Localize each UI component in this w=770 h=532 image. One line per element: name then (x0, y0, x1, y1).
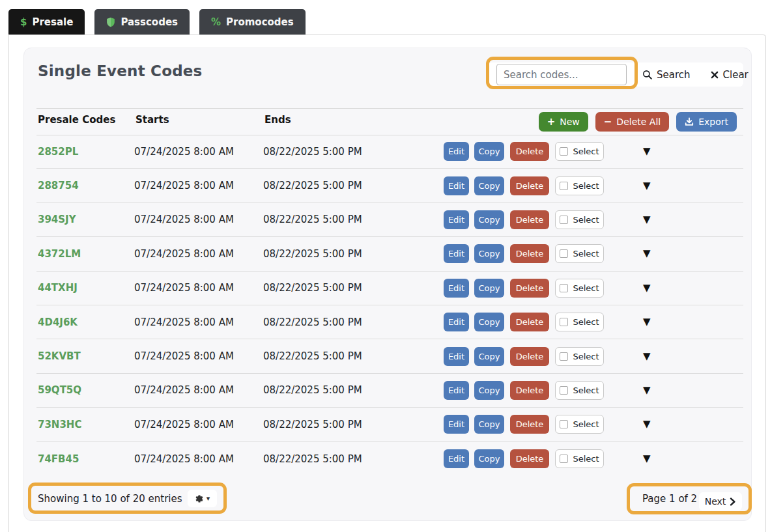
delete-button[interactable]: Delete (510, 449, 549, 468)
row-actions: Edit Copy Delete Select ▼ (444, 449, 651, 468)
table-row: 394SJY 07/24/2025 8:00 AM 08/22/2025 5:0… (36, 203, 743, 237)
tab-passcodes[interactable]: Passcodes (94, 9, 190, 35)
delete-button[interactable]: Delete (510, 313, 549, 331)
select-checkbox[interactable] (560, 420, 568, 428)
new-button[interactable]: + New (539, 112, 588, 132)
select-checkbox[interactable] (560, 284, 568, 292)
copy-button[interactable]: Copy (474, 313, 504, 331)
delete-button[interactable]: Delete (510, 347, 549, 366)
search-group: Search Clear (488, 63, 743, 87)
expand-row-caret-icon[interactable]: ▼ (643, 215, 651, 225)
select-checkbox[interactable] (560, 216, 568, 224)
select-checkbox[interactable] (560, 147, 568, 156)
select-button[interactable]: Select (555, 415, 604, 434)
select-button-label: Select (573, 419, 599, 429)
search-input[interactable] (496, 64, 627, 85)
copy-button[interactable]: Copy (474, 347, 504, 366)
delete-button[interactable]: Delete (510, 176, 549, 195)
select-checkbox[interactable] (560, 386, 568, 395)
expand-row-caret-icon[interactable]: ▼ (643, 385, 651, 395)
page-size-dropdown[interactable]: ▾ (188, 490, 217, 507)
edit-button[interactable]: Edit (444, 415, 469, 434)
presale-code-link[interactable]: 44TXHJ (36, 282, 134, 294)
select-button-label: Select (573, 215, 599, 225)
expand-row-caret-icon[interactable]: ▼ (643, 454, 651, 464)
copy-button[interactable]: Copy (474, 415, 504, 434)
ends-cell: 08/22/2025 5:00 PM (263, 146, 444, 158)
select-button[interactable]: Select (555, 449, 604, 468)
copy-button[interactable]: Copy (474, 142, 504, 161)
copy-button[interactable]: Copy (474, 244, 504, 263)
ends-cell: 08/22/2025 5:00 PM (263, 350, 444, 362)
presale-code-link[interactable]: 4D4J6K (36, 316, 134, 328)
copy-button[interactable]: Copy (474, 279, 504, 298)
tab-promocodes[interactable]: % Promocodes (199, 9, 306, 35)
expand-row-caret-icon[interactable]: ▼ (643, 317, 651, 327)
delete-all-button[interactable]: − Delete All (595, 112, 669, 132)
copy-button[interactable]: Copy (474, 176, 504, 195)
delete-button[interactable]: Delete (510, 142, 549, 161)
select-checkbox[interactable] (560, 352, 568, 361)
select-button[interactable]: Select (555, 244, 604, 263)
edit-button[interactable]: Edit (444, 313, 469, 331)
edit-button[interactable]: Edit (444, 210, 469, 229)
expand-row-caret-icon[interactable]: ▼ (643, 419, 651, 429)
presale-code-link[interactable]: 73N3HC (36, 419, 134, 430)
presale-code-link[interactable]: 59QT5Q (36, 384, 134, 396)
presale-code-link[interactable]: 288754 (36, 180, 134, 191)
expand-row-caret-icon[interactable]: ▼ (643, 352, 651, 361)
expand-row-caret-icon[interactable]: ▼ (643, 249, 651, 259)
select-button[interactable]: Select (555, 313, 604, 331)
expand-row-caret-icon[interactable]: ▼ (643, 283, 651, 293)
delete-button[interactable]: Delete (510, 381, 549, 400)
select-button-label: Select (573, 352, 599, 361)
next-page-button[interactable]: Next (699, 492, 742, 511)
select-button[interactable]: Select (555, 176, 604, 195)
starts-cell: 07/24/2025 8:00 AM (134, 453, 263, 465)
copy-button[interactable]: Copy (474, 381, 504, 400)
presale-code-link[interactable]: 52KVBT (36, 350, 134, 362)
table-row: 44TXHJ 07/24/2025 8:00 AM 08/22/2025 5:0… (36, 272, 743, 305)
starts-cell: 07/24/2025 8:00 AM (134, 384, 263, 396)
edit-button[interactable]: Edit (444, 381, 469, 400)
copy-button[interactable]: Copy (474, 210, 504, 229)
delete-button[interactable]: Delete (510, 244, 549, 263)
ends-cell: 08/22/2025 5:00 PM (263, 384, 444, 396)
ends-cell: 08/22/2025 5:00 PM (263, 453, 444, 465)
edit-button[interactable]: Edit (444, 244, 469, 263)
presale-code-link[interactable]: 394SJY (36, 214, 134, 225)
edit-button[interactable]: Edit (444, 347, 469, 366)
edit-button[interactable]: Edit (444, 142, 469, 161)
tab-presale[interactable]: $ Presale (8, 9, 85, 35)
select-button[interactable]: Select (555, 142, 604, 161)
table-row: 4372LM 07/24/2025 8:00 AM 08/22/2025 5:0… (36, 237, 743, 271)
delete-button[interactable]: Delete (510, 415, 549, 434)
delete-button[interactable]: Delete (510, 279, 549, 298)
edit-button[interactable]: Edit (444, 176, 469, 195)
expand-row-caret-icon[interactable]: ▼ (643, 147, 651, 156)
table-row: 73N3HC 07/24/2025 8:00 AM 08/22/2025 5:0… (36, 408, 743, 441)
select-button[interactable]: Select (555, 347, 604, 366)
search-button[interactable]: Search (642, 69, 691, 81)
expand-row-caret-icon[interactable]: ▼ (643, 181, 651, 191)
presale-code-link[interactable]: 4372LM (36, 248, 134, 260)
select-checkbox[interactable] (560, 318, 568, 326)
select-checkbox[interactable] (560, 182, 568, 190)
starts-cell: 07/24/2025 8:00 AM (134, 214, 263, 225)
select-button[interactable]: Select (555, 279, 604, 298)
copy-button[interactable]: Copy (474, 449, 504, 468)
delete-button[interactable]: Delete (510, 210, 549, 229)
edit-button[interactable]: Edit (444, 449, 469, 468)
edit-button[interactable]: Edit (444, 279, 469, 298)
starts-cell: 07/24/2025 8:00 AM (134, 419, 263, 430)
presale-code-link[interactable]: 74FB45 (36, 453, 134, 465)
ends-cell: 08/22/2025 5:00 PM (263, 214, 444, 225)
presale-code-link[interactable]: 2852PL (36, 146, 134, 158)
export-button[interactable]: Export (676, 112, 737, 132)
minus-icon: − (604, 117, 612, 127)
select-button[interactable]: Select (555, 210, 604, 229)
select-checkbox[interactable] (560, 455, 568, 463)
select-checkbox[interactable] (560, 249, 568, 258)
clear-button[interactable]: Clear (711, 69, 749, 81)
select-button[interactable]: Select (555, 381, 604, 400)
